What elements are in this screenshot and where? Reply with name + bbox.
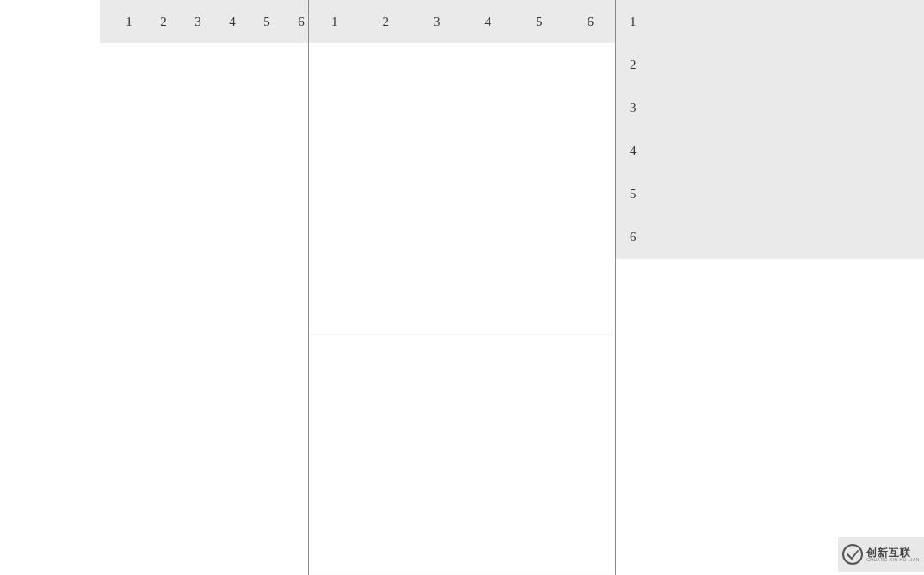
svg-point-0	[843, 545, 862, 564]
row-header: 4	[630, 129, 637, 172]
col-header: 1	[309, 15, 360, 29]
col-header: 3	[181, 15, 215, 29]
col-header: 4	[463, 15, 514, 29]
watermark-cn: 创新互联	[866, 547, 920, 558]
panel-middle: 1 2 3 4 5 6	[309, 0, 616, 575]
col-header: 5	[514, 15, 565, 29]
row-header: 6	[630, 215, 637, 258]
panel-right-row-labels: 1 2 3 4 5 6	[630, 0, 637, 258]
divider-line	[309, 572, 615, 572]
logo-icon	[842, 544, 863, 565]
watermark-text: 创新互联 CHUANG XIN HU LIAN	[866, 547, 920, 562]
watermark: 创新互联 CHUANG XIN HU LIAN	[838, 537, 924, 572]
col-header: 2	[360, 15, 412, 29]
layout-container: 1 2 3 4 5 6 1 2 3 4 5 6 1 2 3 4 5 6	[100, 0, 924, 575]
row-header: 5	[630, 172, 637, 215]
col-header: 4	[215, 15, 249, 29]
col-header: 6	[565, 15, 617, 29]
panel-left-header-row: 1 2 3 4 5 6	[112, 0, 318, 43]
panel-left: 1 2 3 4 5 6	[100, 0, 309, 575]
col-header: 5	[249, 15, 284, 29]
panel-right: 1 2 3 4 5 6	[616, 0, 924, 575]
row-header: 2	[630, 43, 637, 86]
col-header: 1	[112, 15, 146, 29]
watermark-en: CHUANG XIN HU LIAN	[866, 558, 920, 562]
row-header: 3	[630, 86, 637, 129]
panel-middle-header-row: 1 2 3 4 5 6	[309, 0, 616, 43]
col-header: 2	[146, 15, 181, 29]
row-header: 1	[630, 0, 637, 43]
divider-line	[309, 334, 615, 335]
col-header: 3	[411, 15, 463, 29]
panel-right-header-band	[616, 0, 924, 259]
